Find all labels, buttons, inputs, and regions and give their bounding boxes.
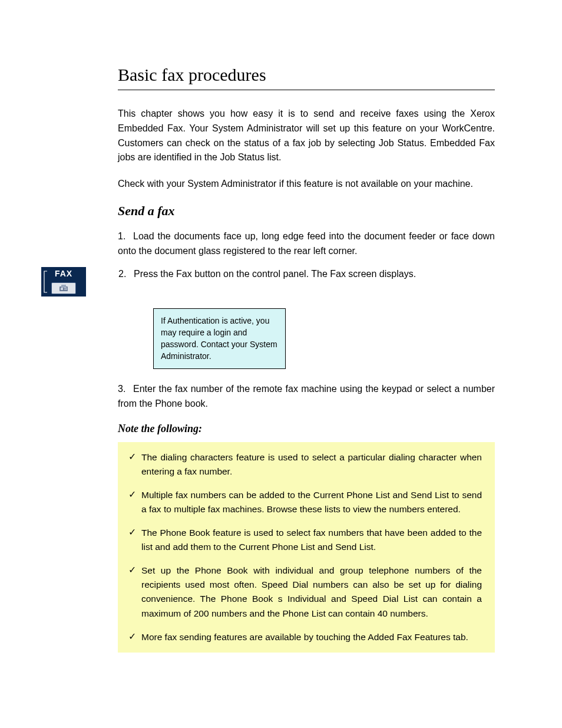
fax-machine-icon xyxy=(51,282,76,294)
bracket-icon xyxy=(43,271,48,293)
checkmark-icon: ✓ xyxy=(128,526,141,539)
checkmark-icon: ✓ xyxy=(128,450,141,463)
step-2-row: FAX 2.Press the Fax button on the contro… xyxy=(41,267,495,297)
note-item: ✓ More fax sending features are availabl… xyxy=(128,630,482,644)
note-item: ✓ Multiple fax numbers can be added to t… xyxy=(128,488,482,516)
svg-rect-1 xyxy=(61,285,66,288)
notes-lead: Note the following: xyxy=(118,423,495,435)
authentication-info-box: If Authentication is active, you may req… xyxy=(153,308,286,369)
step-3-number: 3. xyxy=(118,382,133,397)
checkmark-icon: ✓ xyxy=(128,564,141,577)
fax-label: FAX xyxy=(41,267,86,278)
fax-button-illustration: FAX xyxy=(41,267,86,297)
checkmark-icon: ✓ xyxy=(128,488,141,501)
step-1: 1.Load the documents face up, long edge … xyxy=(118,229,495,259)
step-3: 3.Enter the fax number of the remote fax… xyxy=(118,382,495,411)
step-3-text: Enter the fax number of the remote fax m… xyxy=(118,384,495,409)
svg-rect-4 xyxy=(64,289,67,289)
note-text: More fax sending features are available … xyxy=(141,630,482,644)
step-1-number: 1. xyxy=(118,229,133,244)
step-2-text: Press the Fax button on the control pane… xyxy=(134,269,416,279)
note-item: ✓ The dialing characters feature is used… xyxy=(128,450,482,479)
notes-list: ✓ The dialing characters feature is used… xyxy=(118,442,495,652)
intro-paragraph-1: This chapter shows you how easy it is to… xyxy=(118,107,495,165)
note-text: The Phone Book feature is used to select… xyxy=(141,526,482,554)
title-rule xyxy=(118,90,495,90)
note-text: The dialing characters feature is used t… xyxy=(141,450,482,479)
note-item: ✓ The Phone Book feature is used to sele… xyxy=(128,526,482,554)
note-item: ✓ Set up the Phone Book with individual … xyxy=(128,564,482,620)
note-text: Multiple fax numbers can be added to the… xyxy=(141,488,482,516)
page-title: Basic fax procedures xyxy=(118,65,495,85)
step-2-number: 2. xyxy=(118,267,134,282)
section-heading-send-fax: Send a fax xyxy=(118,203,495,219)
step-2: 2.Press the Fax button on the control pa… xyxy=(118,267,495,282)
svg-rect-2 xyxy=(61,288,63,290)
note-text: Set up the Phone Book with individual an… xyxy=(141,564,482,620)
intro-paragraph-2: Check with your System Administrator if … xyxy=(118,177,495,192)
checkmark-icon: ✓ xyxy=(128,630,141,643)
svg-rect-3 xyxy=(64,288,67,288)
step-1-text: Load the documents face up, long edge fe… xyxy=(118,231,495,256)
